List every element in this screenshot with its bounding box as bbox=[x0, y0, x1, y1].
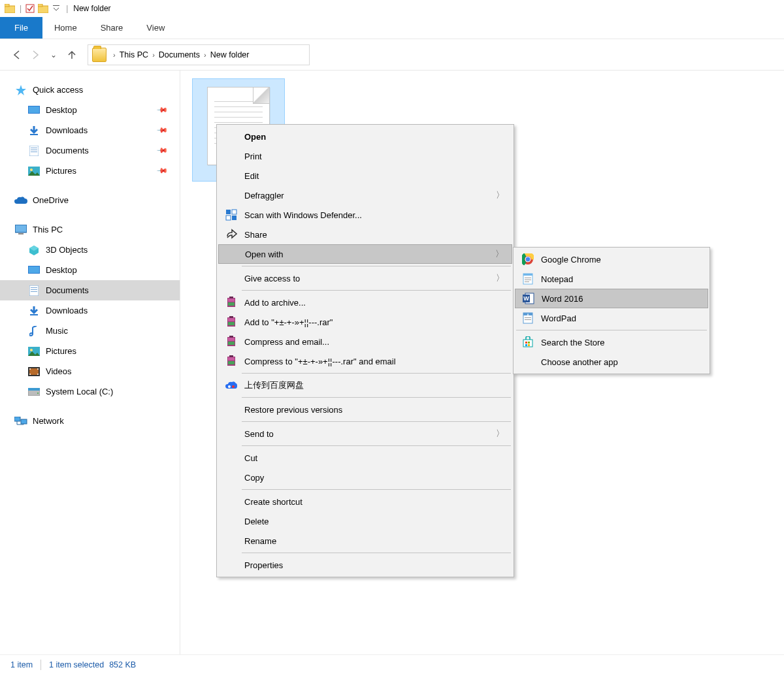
sidebar-label: Documents bbox=[46, 285, 89, 295]
sidebar-item-videos[interactable]: Videos bbox=[0, 361, 180, 381]
ctx-open-with[interactable]: Open with〉 bbox=[218, 244, 512, 264]
ctx-baidu[interactable]: 上传到百度网盘 bbox=[218, 376, 512, 395]
svg-rect-11 bbox=[31, 150, 37, 150]
chrome-icon bbox=[521, 252, 535, 266]
sidebar-item-3d-objects[interactable]: 3D Objects bbox=[0, 240, 180, 260]
sidebar-label: Quick access bbox=[33, 85, 83, 95]
sidebar-item-downloads[interactable]: Downloads 📌 bbox=[0, 120, 180, 140]
network-icon bbox=[14, 415, 27, 428]
qat-chevron-icon[interactable] bbox=[50, 3, 62, 14]
svg-rect-21 bbox=[31, 287, 37, 288]
breadcrumb-item[interactable]: Documents bbox=[159, 50, 200, 59]
sidebar-item-quick-access[interactable]: Quick access bbox=[0, 80, 180, 100]
sub-choose-app[interactable]: Choose another app bbox=[515, 352, 708, 372]
ctx-edit[interactable]: Edit bbox=[218, 166, 512, 185]
context-menu: Open Print Edit Defraggler〉 Scan with Wi… bbox=[216, 124, 514, 577]
ctx-print[interactable]: Print bbox=[218, 146, 512, 166]
sidebar-item-this-pc[interactable]: This PC bbox=[0, 219, 180, 240]
ctx-compress-to-email[interactable]: Compress to "+±-+-»+¦¦---.rar" and email bbox=[218, 351, 512, 371]
svg-rect-82 bbox=[528, 344, 530, 346]
window-title: New folder bbox=[73, 4, 110, 13]
sidebar-label: Music bbox=[46, 326, 68, 336]
sub-store[interactable]: Search the Store bbox=[515, 332, 708, 352]
pin-icon: 📌 bbox=[155, 165, 168, 177]
ctx-rename[interactable]: Rename bbox=[218, 531, 512, 551]
breadcrumb-item[interactable]: This PC bbox=[120, 50, 148, 59]
sidebar-item-onedrive[interactable]: OneDrive bbox=[0, 190, 180, 210]
chevron-right-icon: 〉 bbox=[496, 189, 504, 201]
nav-forward-button[interactable] bbox=[26, 46, 44, 64]
sidebar-item-desktop2[interactable]: Desktop bbox=[0, 260, 180, 280]
chevron-right-icon[interactable]: › bbox=[113, 51, 116, 59]
ctx-defender[interactable]: Scan with Windows Defender... bbox=[218, 205, 512, 225]
ctx-properties[interactable]: Properties bbox=[218, 555, 512, 575]
ctx-copy[interactable]: Copy bbox=[218, 468, 512, 487]
ctx-restore[interactable]: Restore previous versions bbox=[218, 400, 512, 419]
rar-icon bbox=[224, 315, 238, 329]
breadcrumb[interactable]: › This PC › Documents › New folder bbox=[88, 44, 310, 65]
sidebar-item-desktop[interactable]: Desktop 📌 bbox=[0, 100, 180, 120]
sub-wordpad[interactable]: A WordPad bbox=[515, 308, 708, 328]
sidebar-label: Downloads bbox=[46, 125, 88, 135]
nav-recent-button[interactable]: ⌄ bbox=[44, 46, 63, 64]
document-icon bbox=[27, 284, 41, 297]
sidebar-item-music[interactable]: Music bbox=[0, 321, 180, 341]
sub-notepad[interactable]: Notepad bbox=[515, 269, 708, 289]
ctx-shortcut[interactable]: Create shortcut bbox=[218, 492, 512, 511]
ctx-separator bbox=[242, 397, 511, 398]
sidebar-item-downloads2[interactable]: Downloads bbox=[0, 300, 180, 321]
ctx-add-to-rar[interactable]: Add to "+±-+-»+¦¦---.rar" bbox=[218, 312, 512, 332]
ctx-separator bbox=[242, 421, 511, 422]
qat-save-icon[interactable] bbox=[24, 3, 36, 14]
sidebar-label: This PC bbox=[33, 225, 63, 234]
svg-rect-41 bbox=[232, 216, 237, 220]
nav-back-button[interactable] bbox=[8, 46, 26, 64]
ctx-open[interactable]: Open bbox=[218, 127, 512, 146]
nav-up-button[interactable] bbox=[63, 46, 81, 64]
tab-view[interactable]: View bbox=[135, 17, 176, 39]
sidebar-item-network[interactable]: Network bbox=[0, 411, 180, 431]
ctx-cut[interactable]: Cut bbox=[218, 448, 512, 468]
sidebar-item-pictures[interactable]: Pictures 📌 bbox=[0, 161, 180, 181]
svg-rect-56 bbox=[228, 361, 235, 364]
nav-bar: ⌄ › This PC › Documents › New folder bbox=[0, 39, 784, 71]
chevron-right-icon[interactable]: › bbox=[152, 51, 155, 59]
svg-rect-53 bbox=[229, 336, 233, 338]
chevron-right-icon: 〉 bbox=[496, 272, 504, 284]
sidebar-item-documents[interactable]: Documents 📌 bbox=[0, 140, 180, 161]
sidebar-item-local-disk[interactable]: System Local (C:) bbox=[0, 381, 180, 402]
svg-rect-66 bbox=[523, 274, 532, 276]
sidebar-label: Pictures bbox=[46, 346, 76, 356]
svg-rect-1 bbox=[5, 4, 9, 7]
breadcrumb-item[interactable]: New folder bbox=[210, 50, 250, 59]
svg-point-58 bbox=[228, 385, 231, 388]
ctx-separator bbox=[516, 330, 707, 330]
chevron-right-icon[interactable]: › bbox=[204, 51, 206, 59]
pin-icon: 📌 bbox=[155, 144, 168, 157]
svg-rect-49 bbox=[229, 316, 233, 318]
tab-share[interactable]: Share bbox=[89, 17, 135, 39]
svg-rect-37 bbox=[21, 419, 27, 424]
breadcrumb-folder-icon bbox=[92, 48, 106, 62]
tab-home[interactable]: Home bbox=[42, 17, 89, 39]
download-icon bbox=[27, 304, 41, 317]
sub-chrome[interactable]: Google Chrome bbox=[515, 249, 708, 269]
ctx-compress-email[interactable]: Compress and email... bbox=[218, 332, 512, 351]
desktop-icon bbox=[27, 264, 41, 277]
cube-icon bbox=[27, 244, 41, 257]
sidebar-item-documents2[interactable]: Documents bbox=[0, 280, 180, 300]
sub-word[interactable]: W Word 2016 bbox=[515, 289, 708, 308]
svg-rect-20 bbox=[29, 285, 39, 296]
ctx-send-to[interactable]: Send to〉 bbox=[218, 424, 512, 443]
ctx-defraggler[interactable]: Defraggler〉 bbox=[218, 185, 512, 205]
tab-file[interactable]: File bbox=[0, 17, 42, 39]
ctx-share[interactable]: Share bbox=[218, 225, 512, 244]
qat-folder-icon[interactable] bbox=[37, 3, 49, 14]
sidebar-item-pictures2[interactable]: Pictures bbox=[0, 341, 180, 361]
svg-rect-44 bbox=[228, 302, 235, 306]
ctx-give-access[interactable]: Give access to〉 bbox=[218, 268, 512, 288]
ctx-add-archive[interactable]: Add to archive... bbox=[218, 293, 512, 312]
app-folder-icon bbox=[4, 3, 16, 14]
ctx-delete[interactable]: Delete bbox=[218, 511, 512, 531]
sidebar-label: OneDrive bbox=[33, 195, 69, 205]
